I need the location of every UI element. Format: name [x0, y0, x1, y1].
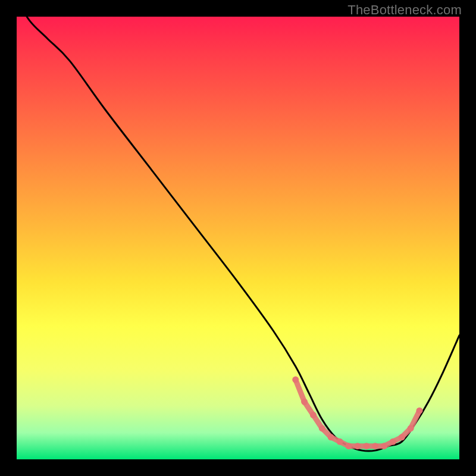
chart-plot-area: [17, 17, 459, 459]
marker-layer: [292, 377, 422, 450]
sweet-spot-marker: [416, 408, 423, 414]
watermark-text: TheBottleneck.com: [347, 2, 462, 18]
chart-svg: [17, 17, 459, 459]
sweet-spot-marker: [310, 412, 317, 418]
sweet-spot-marker: [301, 399, 308, 405]
sweet-spot-marker: [363, 443, 369, 449]
sweet-spot-marker: [354, 443, 361, 449]
sweet-spot-marker: [381, 443, 387, 449]
sweet-spot-marker: [372, 443, 378, 449]
curve-layer: [17, 17, 459, 451]
sweet-spot-marker: [337, 439, 343, 445]
sweet-spot-marker: [399, 434, 405, 440]
sweet-spot-marker: [390, 439, 396, 445]
chart-container: TheBottleneck.com: [0, 0, 476, 476]
sweet-spot-marker: [319, 425, 325, 431]
sweet-spot-marker: [346, 443, 352, 449]
sweet-spot-marker: [408, 425, 414, 431]
sweet-spot-marker: [328, 434, 334, 440]
sweet-spot-marker: [292, 377, 299, 383]
bottleneck-curve-path: [17, 17, 459, 451]
